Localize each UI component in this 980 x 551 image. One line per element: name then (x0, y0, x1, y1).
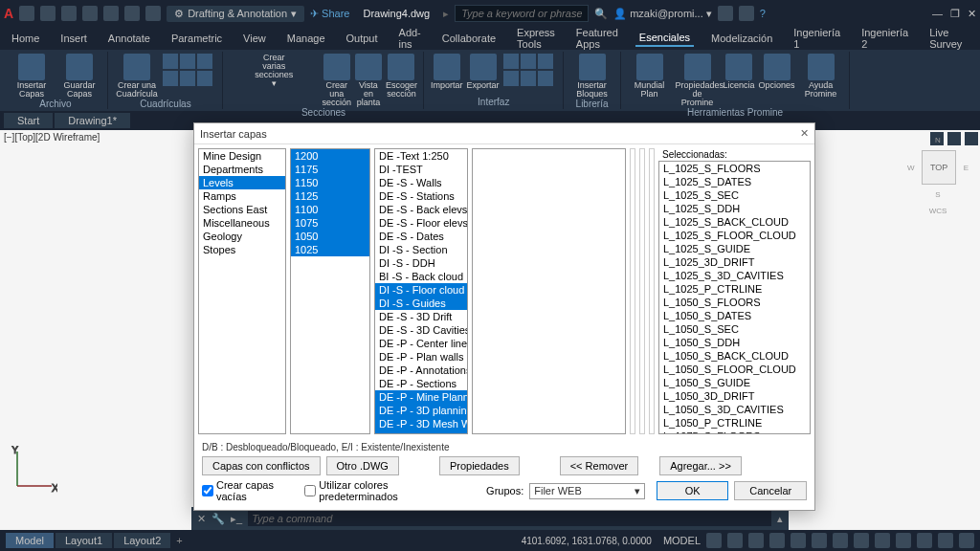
list-item[interactable]: L_1075_S_FLOORS (659, 430, 810, 434)
qat-icon[interactable] (19, 6, 34, 21)
ribbon-button[interactable]: Guardar Capas (57, 54, 101, 99)
viewcube-top[interactable]: TOP (922, 150, 956, 185)
list-item[interactable]: Stopes (199, 243, 285, 256)
remove-button[interactable]: << Remover (560, 456, 639, 475)
list-item[interactable]: DE -P - Plan walls (375, 350, 467, 364)
list-item[interactable]: DE -P - Annotations (375, 364, 467, 377)
list-item[interactable]: L_1050_S_FLOOR_CLOUD (659, 363, 810, 376)
ribbon-tab-home[interactable]: Home (8, 31, 43, 46)
list-item[interactable]: BI -S - Back cloud (375, 270, 467, 283)
create-empty-checkbox[interactable]: Crear capas vacías (202, 479, 299, 502)
list-item[interactable]: Geology (199, 230, 285, 243)
list-item[interactable]: DE -S - 3D Cavities (375, 323, 467, 337)
ribbon-button[interactable]: Ayuda Promine (799, 54, 843, 99)
ribbon-mini-icon[interactable] (180, 71, 195, 86)
ribbon-dropdown[interactable]: Crear varias secciones ▾ (230, 54, 318, 88)
levels-listbox[interactable]: 12001175115011251100107510501025 (290, 148, 370, 434)
list-item[interactable]: 1175 (291, 163, 369, 176)
groups-select[interactable]: Filer WEB ▾ (529, 483, 645, 499)
list-item[interactable]: L_1050_S_SEC (659, 322, 810, 336)
list-item[interactable]: DE -S - 3D Drift (375, 310, 467, 323)
list-item[interactable]: DE -P - Sections (375, 377, 467, 390)
qat-icon[interactable] (82, 6, 98, 21)
ribbon-button[interactable]: Opciones (759, 54, 795, 90)
layout-tab[interactable]: Layout1 (56, 533, 112, 548)
list-item[interactable]: L_1050_S_BACK_CLOUD (659, 349, 810, 363)
list-item[interactable]: DE -P - 3D planning (375, 404, 467, 417)
list-item[interactable]: DE -P - 3D raise (375, 430, 467, 434)
list-item[interactable]: Sections East (199, 203, 285, 216)
list-item[interactable]: L_1050_S_3D_CAVITIES (659, 403, 810, 416)
status-icon[interactable] (791, 533, 806, 548)
wrench-icon[interactable]: 🔧 (212, 513, 225, 525)
viewport-label[interactable]: [−][Top][2D Wireframe] (4, 132, 100, 143)
status-icon[interactable] (917, 533, 932, 548)
list-item[interactable]: 1050 (291, 230, 369, 243)
ribbon-mini-icon[interactable] (503, 71, 519, 86)
list-item[interactable]: DE -S - Stations (375, 189, 467, 203)
list-item[interactable]: DE -S - Back elevs (375, 203, 467, 216)
ribbon-tab-annotate[interactable]: Annotate (104, 31, 154, 46)
ribbon-tab-live-survey[interactable]: Live Survey (925, 25, 966, 52)
ribbon-button[interactable]: Exportar (467, 54, 500, 90)
ribbon-tab-ingeniería-1[interactable]: Ingeniería 1 (790, 25, 844, 52)
status-icon[interactable] (769, 533, 785, 548)
list-item[interactable]: 1100 (291, 203, 369, 216)
view-cube[interactable]: N W TOP E S WCS (907, 136, 969, 215)
ribbon-mini-icon[interactable] (538, 71, 553, 86)
status-icon[interactable] (959, 533, 974, 548)
ribbon-tab-parametric[interactable]: Parametric (167, 31, 226, 46)
qat-icon[interactable] (103, 6, 119, 21)
ribbon-button[interactable]: Insertar Bloques (570, 54, 614, 99)
list-item[interactable]: L_1025_S_GUIDE (659, 242, 810, 255)
status-icon[interactable] (812, 533, 827, 548)
cart-icon[interactable] (718, 6, 733, 21)
list-item[interactable]: DE -P - Center lines (375, 337, 467, 350)
ribbon-button[interactable]: Escoger sección (386, 54, 417, 99)
ribbon-button[interactable]: Crear una Cuadrícula (115, 54, 159, 99)
minimize-icon[interactable]: — (932, 8, 943, 20)
list-item[interactable]: L_1050_S_GUIDE (659, 376, 810, 389)
list-item[interactable]: Miscellaneous (199, 216, 285, 230)
list-item[interactable]: L_1050_S_DATES (659, 309, 810, 322)
ribbon-mini-icon[interactable] (197, 71, 212, 86)
ribbon-tab-manage[interactable]: Manage (283, 31, 329, 46)
document-tab[interactable]: Start (4, 113, 53, 128)
list-item[interactable]: DI -S - Section (375, 243, 467, 256)
ribbon-tab-output[interactable]: Output (343, 31, 382, 46)
add-button[interactable]: Agregar... >> (659, 456, 742, 475)
ribbon-mini-icon[interactable] (538, 54, 553, 69)
document-tab[interactable]: Drawing1* (55, 113, 130, 128)
ribbon-button[interactable]: Crear una sección (322, 54, 351, 107)
list-item[interactable]: L_1025_S_DDH (659, 202, 810, 215)
default-colors-checkbox[interactable]: Utilizar colores predeterminados (304, 479, 457, 502)
list-item[interactable]: DI -S - Floor cloud (375, 283, 467, 297)
categories-listbox[interactable]: Mine DesignDepartmentsLevelsRampsSection… (198, 148, 286, 434)
list-item[interactable]: DE -S - Walls (375, 176, 467, 189)
close-icon[interactable]: ✕ (800, 127, 809, 140)
list-item[interactable]: 1025 (291, 243, 369, 256)
list-item[interactable]: L_1025_S_BACK_CLOUD (659, 215, 810, 229)
search-input[interactable] (455, 5, 589, 22)
status-icon[interactable] (748, 533, 764, 548)
layout-tab[interactable]: Layout2 (114, 533, 170, 548)
list-item[interactable]: DI -S - Guides (375, 297, 467, 310)
qat-icon[interactable] (61, 6, 77, 21)
selected-listbox[interactable]: L_1025_S_FLOORSL_1025_S_DATESL_1025_S_SE… (658, 161, 811, 434)
status-icon[interactable] (938, 533, 953, 548)
status-icon[interactable] (854, 533, 869, 548)
list-item[interactable]: Departments (199, 163, 285, 176)
list-item[interactable]: L_1050_3D_DRIFT (659, 389, 810, 403)
list-item[interactable]: DE -S - Floor elevs (375, 216, 467, 230)
conflicts-button[interactable]: Capas con conflictos (202, 456, 321, 475)
ribbon-mini-icon[interactable] (197, 54, 212, 69)
list-item[interactable]: DI -TEST (375, 163, 467, 176)
user-account[interactable]: 👤 mzaki@promi... ▾ (613, 8, 712, 20)
list-item[interactable]: Ramps (199, 189, 285, 203)
list-item[interactable]: L_1025_3D_DRIFT (659, 255, 810, 269)
ribbon-button[interactable]: Insertar Capas (10, 54, 54, 99)
model-label[interactable]: MODEL (663, 535, 701, 546)
list-item[interactable]: 1125 (291, 189, 369, 203)
search-icon[interactable]: 🔍 (594, 8, 608, 20)
restore-icon[interactable]: ❐ (950, 8, 960, 20)
